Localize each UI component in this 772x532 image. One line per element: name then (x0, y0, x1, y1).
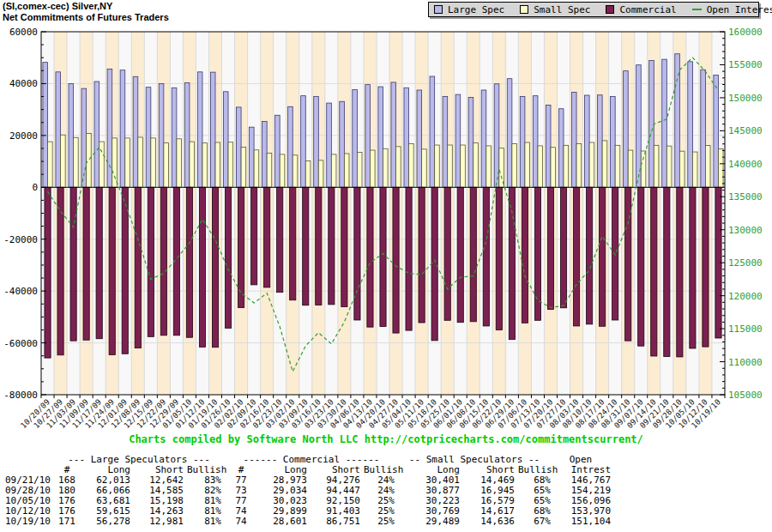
cot-chart-page: (SI,comex-cec) Silver,NY Net Commitments… (0, 0, 772, 532)
bar-commercial (70, 187, 76, 341)
right-axis-label: 155000 (728, 59, 763, 70)
right-axis-label: 135000 (728, 191, 763, 203)
right-axis-label: 150000 (728, 93, 763, 104)
bar-commercial (664, 187, 670, 356)
bar-large-spec (43, 63, 48, 188)
bar-small-spec (692, 152, 697, 187)
bar-small-spec (87, 133, 92, 187)
bar-large-spec (210, 72, 215, 187)
bar-small-spec (318, 160, 323, 187)
bar-commercial (212, 187, 218, 347)
bar-small-spec (357, 152, 362, 187)
bar-large-spec (159, 83, 164, 187)
bar-commercial (625, 187, 631, 341)
bar-large-spec (236, 107, 241, 187)
bar-large-spec (443, 97, 448, 188)
bar-commercial (470, 187, 476, 322)
bar-commercial (651, 187, 657, 356)
bar-large-spec (571, 92, 576, 187)
bar-commercial (277, 187, 283, 292)
table-body: 09/21/1016862,01312,64283%7728,97394,276… (5, 475, 614, 527)
bar-large-spec (649, 61, 654, 188)
bar-small-spec (705, 145, 710, 187)
bar-small-spec (305, 160, 311, 187)
bar-small-spec (344, 154, 349, 187)
bar-small-spec (48, 142, 53, 187)
bar-small-spec (589, 142, 594, 187)
bar-commercial (135, 187, 141, 348)
bar-commercial (83, 187, 89, 340)
bar-commercial (703, 187, 709, 347)
bar-commercial (148, 187, 154, 336)
bar-commercial (45, 187, 51, 358)
bar-commercial (264, 187, 270, 287)
bar-large-spec (327, 103, 332, 187)
bar-large-spec (662, 59, 667, 187)
table-cell: 25% (364, 517, 398, 527)
bar-small-spec (331, 154, 336, 187)
bar-small-spec (254, 150, 259, 188)
bar-large-spec (301, 96, 306, 188)
bar-large-spec (624, 71, 629, 188)
left-axis-label: 0 (32, 182, 38, 193)
right-axis-label: 125000 (728, 257, 763, 269)
bar-large-spec (81, 88, 87, 187)
bar-commercial (690, 187, 696, 348)
table-cell: 171 (53, 517, 81, 527)
bar-commercial (638, 187, 644, 346)
bar-commercial (109, 187, 115, 354)
bar-small-spec (138, 137, 143, 187)
bar-commercial (354, 187, 360, 320)
bar-small-spec (602, 141, 607, 187)
bar-large-spec (262, 122, 268, 188)
bar-small-spec (461, 145, 466, 187)
left-axis-label: -20000 (3, 234, 38, 245)
credit-line: Charts compiled by Software North LLC ht… (0, 433, 772, 445)
bar-small-spec (654, 145, 659, 187)
bar-commercial (251, 187, 257, 285)
bar-small-spec (576, 144, 582, 188)
bar-small-spec (473, 143, 479, 188)
cot-data-table: --- Large Speculators --- ------ Commerc… (5, 455, 614, 527)
table-cell: 67% (518, 517, 554, 527)
bar-large-spec (455, 94, 461, 187)
bar-large-spec (598, 95, 603, 188)
bar-small-spec (551, 148, 556, 188)
left-axis-label: -60000 (3, 338, 38, 349)
table-cell: 56,278 (81, 517, 134, 527)
bar-large-spec (353, 89, 358, 187)
bar-commercial (393, 187, 399, 333)
left-axis-label: 20000 (9, 130, 38, 142)
bar-large-spec (120, 70, 125, 188)
right-axis-label: 120000 (728, 291, 763, 302)
bar-commercial (560, 187, 566, 307)
bar-commercial (290, 187, 296, 299)
bar-commercial (225, 187, 231, 328)
left-axis-label: -80000 (3, 390, 38, 401)
bar-large-spec (558, 109, 564, 188)
table-cell: 151,104 (554, 517, 614, 527)
bar-large-spec (288, 106, 293, 187)
bar-commercial (186, 187, 192, 337)
bar-small-spec (422, 149, 427, 187)
bar-small-spec (112, 138, 118, 187)
bar-large-spec (585, 95, 590, 187)
bar-large-spec (314, 97, 319, 188)
bar-small-spec (396, 147, 401, 187)
bar-small-spec (615, 145, 620, 187)
left-axis-label: 40000 (9, 78, 38, 89)
bar-large-spec (391, 82, 396, 187)
bar-small-spec (241, 147, 246, 187)
right-axis-label: 130000 (728, 225, 763, 236)
bar-small-spec (628, 150, 633, 187)
bar-large-spec (520, 97, 525, 188)
bar-large-spec (714, 75, 719, 187)
bar-large-spec (133, 76, 138, 187)
bar-large-spec (701, 70, 706, 187)
bar-commercial (367, 187, 373, 327)
bar-large-spec (197, 72, 202, 187)
bar-large-spec (481, 90, 486, 187)
bar-small-spec (525, 142, 530, 187)
bar-small-spec (370, 150, 375, 187)
bar-small-spec (679, 151, 685, 187)
